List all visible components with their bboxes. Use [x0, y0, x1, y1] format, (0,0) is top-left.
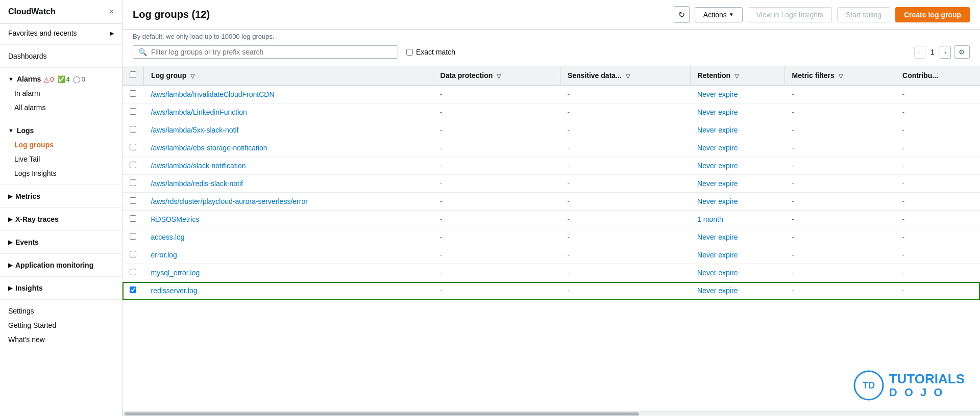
prev-page-button[interactable]: ‹ [914, 46, 925, 59]
divider-8 [0, 276, 122, 277]
sensitive-data-sort-icon[interactable]: ▽ [626, 73, 630, 79]
divider-7 [0, 253, 122, 254]
pagination: ‹ 1 › ⚙ [914, 45, 970, 59]
row-contributors: - [895, 228, 980, 246]
row-checkbox[interactable] [130, 126, 136, 133]
sidebar-group-metrics[interactable]: ▶ Metrics [0, 189, 122, 203]
row-retention: Never expire [690, 282, 785, 300]
sidebar-item-all-alarms[interactable]: All alarms [0, 100, 122, 115]
row-contributors: - [895, 282, 980, 300]
sidebar-close-button[interactable]: × [109, 7, 114, 16]
row-log-group[interactable]: /aws/lambda/LinkedinFunction [144, 103, 433, 121]
logs-insights-label: Logs Insights [14, 169, 57, 177]
row-checkbox[interactable] [130, 287, 136, 293]
sidebar-group-events[interactable]: ▶ Events [0, 235, 122, 249]
table-row: access.log--Never expire-- [122, 228, 980, 246]
row-checkbox[interactable] [130, 162, 136, 168]
row-checkbox[interactable] [130, 179, 136, 186]
row-log-group[interactable]: mysql_error.log [144, 264, 433, 282]
svg-text:TD: TD [863, 380, 875, 391]
actions-button[interactable]: Actions ▼ [695, 7, 743, 22]
sidebar-item-in-alarm[interactable]: In alarm [0, 86, 122, 100]
sidebar-group-xray[interactable]: ▶ X-Ray traces [0, 212, 122, 226]
table-settings-button[interactable]: ⚙ [954, 45, 970, 59]
divider-9 [0, 299, 122, 300]
col-data-protection: Data protection ▽ [433, 66, 560, 85]
row-checkbox[interactable] [130, 90, 136, 97]
row-contributors: - [895, 175, 980, 193]
row-log-group[interactable]: /aws/rds/cluster/playcloud-aurora-server… [144, 193, 433, 211]
row-checkbox[interactable] [130, 108, 136, 115]
sidebar-item-whats-new[interactable]: What's new [0, 332, 122, 347]
select-all-checkbox[interactable] [130, 71, 136, 78]
insights-label: Insights [15, 284, 43, 292]
start-tailing-label: Start tailing [846, 11, 881, 19]
view-logs-insights-label: View in Logs Insights [756, 11, 823, 19]
sidebar-item-live-tail[interactable]: Live Tail [0, 152, 122, 166]
sidebar-section-events: ▶ Events [0, 233, 122, 251]
tutorials-dojo-text: TUTORIALS D O J O [889, 372, 965, 400]
logs-chevron-icon: ▼ [8, 127, 14, 134]
sidebar: CloudWatch × Favorites and recents ▶ Das… [0, 0, 122, 416]
metric-filters-sort-icon[interactable]: ▽ [839, 73, 843, 79]
row-metric-filters: - [785, 282, 895, 300]
refresh-button[interactable]: ↻ [674, 6, 690, 23]
sidebar-item-getting-started[interactable]: Getting Started [0, 318, 122, 332]
horizontal-scrollbar[interactable] [122, 411, 980, 416]
events-label: Events [15, 238, 39, 246]
row-checkbox[interactable] [130, 233, 136, 240]
sidebar-group-app-monitoring[interactable]: ▶ Application monitoring [0, 258, 122, 272]
retention-sort-icon[interactable]: ▽ [734, 73, 739, 79]
ok-check-icon: ✅ [57, 75, 65, 83]
next-page-button[interactable]: › [940, 46, 951, 59]
sidebar-group-alarms[interactable]: ▼ Alarms △ 0 ✅ 4 ◯ 0 [0, 72, 122, 86]
exact-match-checkbox[interactable] [406, 49, 413, 56]
table-row: redisserver.log--Never expire-- [122, 282, 980, 300]
start-tailing-button[interactable]: Start tailing [837, 7, 890, 22]
col-contributors: Contribu... [895, 66, 980, 85]
page-title-text: Log groups [133, 9, 189, 20]
sidebar-item-dashboards[interactable]: Dashboards [0, 49, 122, 63]
row-log-group[interactable]: access.log [144, 228, 433, 246]
tutorials-dojo-logo: TD [853, 370, 884, 401]
sidebar-group-insights[interactable]: ▶ Insights [0, 281, 122, 295]
row-log-group[interactable]: error.log [144, 246, 433, 264]
sidebar-item-settings[interactable]: Settings [0, 304, 122, 318]
row-data-protection: - [433, 121, 560, 139]
row-log-group[interactable]: /aws/lambda/InvalidateCloudFrontCDN [144, 85, 433, 103]
sidebar-item-logs-insights[interactable]: Logs Insights [0, 166, 122, 180]
row-log-group[interactable]: /aws/lambda/ebs-storage-notification [144, 139, 433, 157]
row-checkbox[interactable] [130, 215, 136, 222]
log-groups-table: Log group ▽ Data protection ▽ Sensitive … [122, 66, 980, 300]
row-contributors: - [895, 246, 980, 264]
view-logs-insights-button[interactable]: View in Logs Insights [748, 7, 832, 22]
row-checkbox[interactable] [130, 269, 136, 275]
row-checkbox[interactable] [130, 251, 136, 257]
table-wrapper: Log group ▽ Data protection ▽ Sensitive … [122, 66, 980, 411]
table-row: /aws/lambda/InvalidateCloudFrontCDN--Nev… [122, 85, 980, 103]
row-checkbox[interactable] [130, 144, 136, 150]
row-log-group[interactable]: /aws/lambda/slack-notification [144, 157, 433, 175]
row-log-group[interactable]: /aws/lambda/5xx-slack-notif [144, 121, 433, 139]
row-contributors: - [895, 157, 980, 175]
sidebar-item-favorites[interactable]: Favorites and recents ▶ [0, 26, 122, 40]
row-metric-filters: - [785, 193, 895, 211]
sidebar-group-logs[interactable]: ▼ Logs [0, 123, 122, 138]
table-row: RDSOSMetrics--1 month-- [122, 211, 980, 228]
search-input[interactable] [151, 48, 393, 56]
log-group-sort-icon[interactable]: ▽ [190, 73, 194, 79]
row-checkbox[interactable] [130, 197, 136, 204]
row-checkbox-cell [122, 282, 144, 300]
sidebar-item-log-groups[interactable]: Log groups [0, 138, 122, 152]
row-log-group[interactable]: RDSOSMetrics [144, 211, 433, 228]
app-monitoring-label: Application monitoring [15, 261, 93, 269]
row-sensitive-data: - [560, 175, 690, 193]
col-retention: Retention ▽ [690, 66, 785, 85]
alarm-badges: △ 0 ✅ 4 ◯ 0 [44, 75, 85, 83]
row-contributors: - [895, 193, 980, 211]
data-protection-sort-icon[interactable]: ▽ [497, 73, 501, 79]
row-log-group[interactable]: /aws/lambda/redis-slack-notif [144, 175, 433, 193]
row-contributors: - [895, 121, 980, 139]
create-log-group-button[interactable]: Create log group [895, 7, 970, 22]
row-log-group[interactable]: redisserver.log [144, 282, 433, 300]
